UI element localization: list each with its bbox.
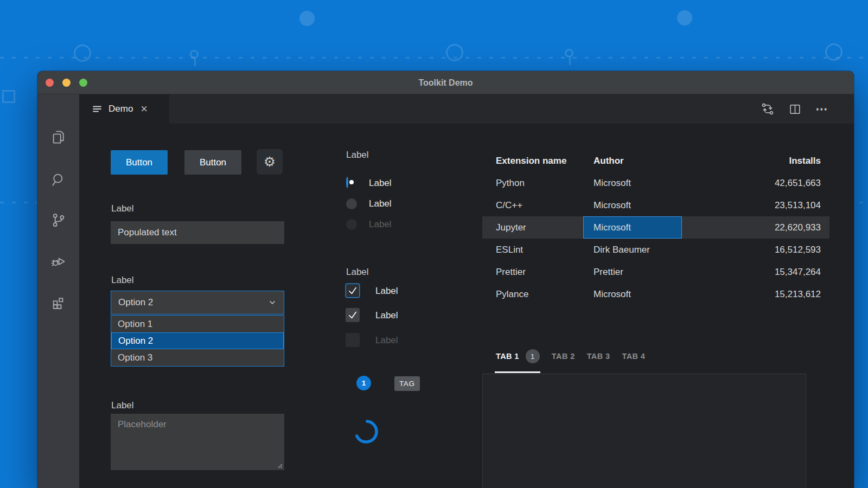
grid-row[interactable]: Pylance Microsoft 15,213,612 [482, 283, 829, 305]
tab-1-label: TAB 1 [496, 352, 519, 361]
sidebar-item-explorer[interactable] [46, 124, 71, 150]
dropdown-listbox: Option 1 Option 2 Option 3 [111, 315, 284, 367]
editor-actions: ⋯ [761, 94, 829, 124]
webview-icon [92, 105, 102, 113]
resize-grip-icon[interactable] [276, 462, 283, 468]
activity-bar [37, 94, 79, 488]
primary-button[interactable]: Button [111, 150, 168, 175]
grid-cell[interactable]: 42,651,663 [682, 172, 829, 194]
sidebar-item-search[interactable] [46, 166, 71, 192]
tab-2[interactable]: TAB 2 [552, 352, 575, 361]
grid-row[interactable]: Prettier Prettier 15,347,264 [482, 261, 829, 283]
tab-strip: Demo × ⋯ [79, 94, 854, 124]
grid-row[interactable]: Python Microsoft 42,651,663 [482, 172, 829, 194]
checkmark-icon [347, 285, 358, 296]
sidebar-item-run-debug[interactable] [46, 248, 71, 273]
search-icon [50, 171, 67, 188]
radio-label: Label [369, 198, 392, 209]
grid-cell[interactable]: Pylance [482, 283, 583, 305]
badge: 1 [356, 376, 371, 390]
dropdown-option-1[interactable]: Option 1 [111, 316, 284, 332]
checkbox-label: Label [375, 310, 398, 321]
grid-row[interactable]: C/C++ Microsoft 23,513,104 [482, 194, 829, 216]
decor-circle [74, 44, 91, 62]
tab-1-badge: 1 [526, 349, 540, 363]
textarea-label: Label [111, 400, 134, 411]
settings-icon-button[interactable]: ⚙ [257, 149, 283, 175]
grid-cell[interactable]: 22,620,933 [682, 216, 829, 239]
grid-cell[interactable]: 15,213,612 [682, 283, 829, 305]
radio-disabled [346, 219, 357, 230]
data-grid: Extension name Author Installs Python Mi… [482, 150, 829, 305]
close-tab-icon[interactable]: × [141, 103, 148, 115]
dropdown-option-2-selected[interactable]: Option 2 [111, 332, 284, 349]
textarea-input[interactable] [111, 414, 284, 470]
compare-changes-icon [761, 102, 775, 116]
extensions-icon [50, 294, 67, 310]
grid-cell-selected[interactable]: Microsoft [583, 216, 682, 239]
grid-cell[interactable]: 23,513,104 [682, 194, 829, 216]
grid-row-selected[interactable]: Jupyter Microsoft 22,620,933 [482, 216, 829, 239]
radio-unchecked[interactable] [346, 198, 357, 209]
secondary-button[interactable]: Button [184, 150, 241, 175]
progress-ring [353, 419, 379, 445]
split-editor-button[interactable] [788, 102, 802, 116]
checkmark-icon [347, 310, 358, 320]
decor-pin [190, 50, 199, 59]
text-field-input[interactable] [111, 221, 284, 244]
chevron-down-icon [268, 298, 277, 307]
grid-header-row: Extension name Author Installs [482, 150, 829, 172]
grid-header-author: Author [583, 150, 682, 172]
dropdown-label: Label [111, 275, 134, 286]
tab-3[interactable]: TAB 3 [587, 352, 610, 361]
grid-cell[interactable]: Prettier [583, 261, 682, 283]
grid-cell[interactable]: Jupyter [482, 216, 583, 239]
split-editor-icon [788, 102, 802, 116]
files-icon [50, 129, 67, 145]
grid-cell[interactable]: C/C++ [482, 194, 583, 216]
grid-cell[interactable]: Microsoft [583, 194, 682, 216]
tab-panel [482, 374, 806, 488]
checkbox-checked[interactable] [346, 308, 360, 322]
tab-4[interactable]: TAB 4 [622, 352, 645, 361]
decor-dashed-line [0, 57, 868, 59]
checkbox-label: Label [375, 286, 398, 297]
checkbox-disabled [346, 333, 360, 347]
grid-cell[interactable]: 15,347,264 [682, 261, 829, 283]
grid-cell[interactable]: Python [482, 172, 583, 194]
close-window-button[interactable] [46, 79, 54, 87]
panel-tabs: TAB 1 1 TAB 2 TAB 3 TAB 4 [496, 348, 645, 364]
checkbox-group-label: Label [346, 267, 369, 278]
grid-cell[interactable]: Microsoft [583, 283, 682, 305]
dropdown-select[interactable]: Option 2 [111, 291, 284, 314]
editor-tab-demo[interactable]: Demo × [79, 94, 169, 124]
grid-cell[interactable]: Microsoft [583, 172, 682, 194]
tab-1[interactable]: TAB 1 1 [496, 349, 540, 363]
checkbox-label-disabled: Label [375, 335, 398, 346]
sidebar-item-source-control[interactable] [46, 207, 71, 233]
decor-dot [299, 11, 315, 26]
minimize-window-button[interactable] [62, 79, 71, 87]
dropdown-option-3[interactable]: Option 3 [111, 349, 284, 366]
sidebar-item-extensions[interactable] [46, 289, 71, 314]
grid-cell[interactable]: Dirk Baeumer [583, 239, 682, 261]
decor-dot [677, 10, 692, 25]
more-actions-button[interactable]: ⋯ [815, 102, 829, 116]
open-changes-button[interactable] [761, 102, 775, 116]
titlebar[interactable]: Toolkit Demo [37, 71, 854, 94]
grid-cell[interactable]: ESLint [482, 239, 583, 261]
source-control-icon [50, 212, 67, 228]
radio-label: Label [369, 178, 392, 189]
app-window: Toolkit Demo [37, 71, 854, 488]
desktop: { "window": { "title": "Toolkit Demo" },… [0, 0, 868, 488]
tag: TAG [394, 376, 420, 391]
grid-header-installs: Installs [682, 150, 829, 172]
checkbox-checked-focused[interactable] [346, 284, 360, 298]
grid-cell[interactable]: 16,512,593 [682, 239, 829, 261]
decor-circle [825, 43, 843, 61]
maximize-window-button[interactable] [79, 79, 87, 87]
grid-row[interactable]: ESLint Dirk Baeumer 16,512,593 [482, 239, 829, 261]
radio-checked[interactable] [346, 177, 348, 188]
editor-content: Button Button ⚙ Label Label Option 2 Opt… [79, 124, 854, 488]
grid-cell[interactable]: Prettier [482, 261, 583, 283]
